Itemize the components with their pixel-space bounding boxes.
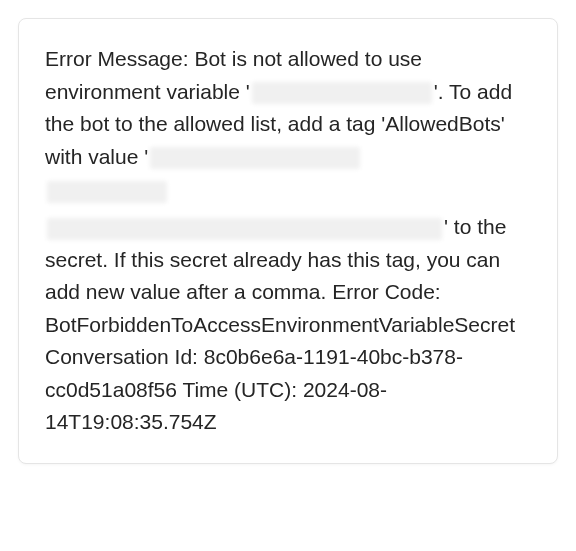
error-text-segment-3: ' to the secret. If this secret already … [45,215,515,433]
redacted-allowed-bots-value-line2 [47,181,167,203]
redacted-env-variable-name [252,82,432,104]
error-message-card: Error Message: Bot is not allowed to use… [18,18,558,464]
redacted-allowed-bots-value-line1 [150,147,360,169]
error-message-text: Error Message: Bot is not allowed to use… [45,43,531,439]
redacted-allowed-bots-value-line3 [47,218,442,240]
